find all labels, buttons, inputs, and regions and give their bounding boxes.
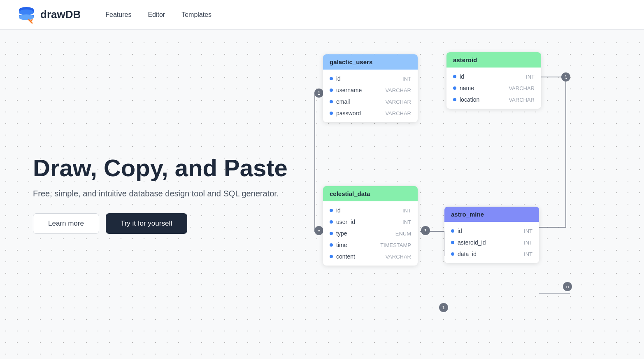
field-name: username <box>336 87 362 93</box>
table-row: time TIMESTAMP <box>323 239 418 251</box>
table-astro-mine-body: id INT asteroid_id INT data_id INT <box>444 222 539 263</box>
svg-point-4 <box>19 14 34 20</box>
field-name: location <box>460 96 479 103</box>
table-row: location VARCHAR <box>446 94 541 105</box>
table-row: id INT <box>323 205 418 216</box>
table-galactic-users-body: id INT username VARCHAR email VARCHAR pa… <box>323 70 418 122</box>
field-name: id <box>458 228 462 234</box>
field-name: email <box>336 98 350 105</box>
table-row: data_id INT <box>444 248 539 260</box>
field-dot <box>330 232 333 235</box>
field-type: INT <box>524 251 532 257</box>
field-type: VARCHAR <box>509 85 535 91</box>
table-row: type ENUM <box>323 228 418 239</box>
table-celestial-data: celestial_data id INT user_id INT type E… <box>323 186 418 266</box>
nav-features[interactable]: Features <box>105 11 131 19</box>
field-type: VARCHAR <box>385 254 411 260</box>
field-dot <box>451 252 454 256</box>
field-type: INT <box>524 240 532 246</box>
badge-astromine-n: n <box>563 282 572 291</box>
main-nav: Features Editor Templates <box>105 11 212 19</box>
field-name: id <box>460 73 464 80</box>
hero-subtitle: Free, simple, and intuitive database des… <box>33 189 288 198</box>
table-astro-mine-header: astro_mine <box>444 207 539 222</box>
field-type: TIMESTAMP <box>380 242 411 248</box>
field-dot <box>453 75 456 78</box>
field-name: password <box>336 110 361 117</box>
hero-section: Draw, Copy, and Paste Free, simple, and … <box>0 155 288 234</box>
field-dot <box>330 77 333 80</box>
field-type: VARCHAR <box>385 87 411 93</box>
field-dot <box>330 100 333 103</box>
field-dot <box>451 241 454 244</box>
field-type: INT <box>402 76 411 82</box>
field-dot <box>330 209 333 212</box>
logo[interactable]: drawDB <box>16 5 81 25</box>
table-galactic-users-header: galactic_users <box>323 54 418 70</box>
field-dot <box>453 86 456 90</box>
hero-buttons: Learn more Try it for yourself <box>33 213 288 234</box>
table-astro-mine: astro_mine id INT asteroid_id INT data_i… <box>444 207 539 263</box>
field-dot <box>330 89 333 92</box>
field-name: user_id <box>336 219 355 225</box>
field-name: name <box>460 85 474 91</box>
table-row: content VARCHAR <box>323 251 418 262</box>
diagram-area: galactic_users id INT username VARCHAR e… <box>274 30 644 359</box>
table-celestial-data-body: id INT user_id INT type ENUM time TIMEST… <box>323 201 418 266</box>
field-dot <box>330 255 333 258</box>
table-asteroid: asteroid id INT name VARCHAR location VA… <box>446 52 541 109</box>
table-row: password VARCHAR <box>323 107 418 119</box>
badge-asteroid-1: 1 <box>561 72 570 82</box>
table-row: username VARCHAR <box>323 84 418 96</box>
table-row: name VARCHAR <box>446 82 541 94</box>
table-row: email VARCHAR <box>323 96 418 107</box>
field-name: content <box>336 253 355 260</box>
badge-celestial-n: n <box>314 226 323 235</box>
table-row: asteroid_id INT <box>444 237 539 248</box>
field-dot <box>451 229 454 233</box>
field-type: VARCHAR <box>509 97 535 103</box>
table-galactic-users: galactic_users id INT username VARCHAR e… <box>323 54 418 122</box>
field-name: data_id <box>458 251 477 257</box>
table-row: id INT <box>444 225 539 237</box>
table-row: id INT <box>446 71 541 82</box>
field-dot <box>330 112 333 115</box>
table-row: id INT <box>323 73 418 84</box>
try-it-button[interactable]: Try it for yourself <box>106 213 187 234</box>
header: drawDB Features Editor Templates <box>0 0 644 30</box>
field-type: INT <box>524 228 532 234</box>
field-type: INT <box>402 219 411 225</box>
field-name: time <box>336 242 347 248</box>
main-content: Draw, Copy, and Paste Free, simple, and … <box>0 30 644 359</box>
field-name: id <box>336 75 341 82</box>
hero-title: Draw, Copy, and Paste <box>33 155 288 181</box>
table-row: user_id INT <box>323 216 418 228</box>
table-asteroid-body: id INT name VARCHAR location VARCHAR <box>446 68 541 109</box>
field-name: asteroid_id <box>458 239 486 246</box>
field-type: INT <box>526 74 535 80</box>
learn-more-button[interactable]: Learn more <box>33 213 99 234</box>
field-dot <box>453 98 456 101</box>
logo-text: drawDB <box>40 8 81 21</box>
field-name: id <box>336 207 341 214</box>
table-celestial-data-header: celestial_data <box>323 186 418 201</box>
badge-astromine-1: 1 <box>439 303 448 312</box>
nav-editor[interactable]: Editor <box>148 11 165 19</box>
field-dot <box>330 220 333 224</box>
field-dot <box>330 243 333 247</box>
field-name: type <box>336 230 347 237</box>
field-type: VARCHAR <box>385 110 411 117</box>
badge-celestial-1: 1 <box>421 226 430 235</box>
svg-line-6 <box>30 20 32 21</box>
nav-templates[interactable]: Templates <box>181 11 212 19</box>
badge-galactic-1: 1 <box>314 89 323 98</box>
logo-icon <box>16 5 36 25</box>
svg-point-2 <box>19 9 34 15</box>
field-type: INT <box>402 207 411 214</box>
table-asteroid-header: asteroid <box>446 52 541 68</box>
field-type: VARCHAR <box>385 99 411 105</box>
field-type: ENUM <box>395 231 411 237</box>
